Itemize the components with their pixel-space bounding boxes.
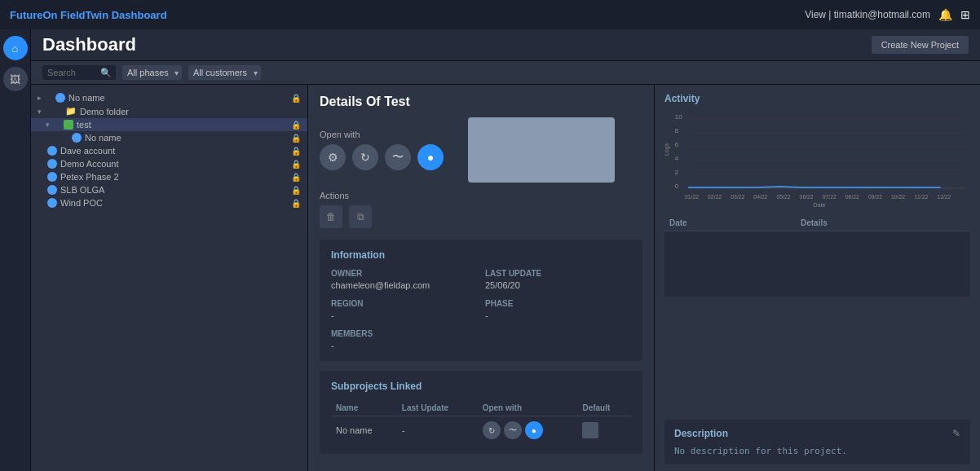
icon-bar: ⌂ 🖼 xyxy=(0,29,31,471)
lock-icon: 🔒 xyxy=(291,186,301,195)
members-label: MEMBERS xyxy=(331,329,477,338)
members-value: - xyxy=(331,341,334,350)
tree-item-dave-account[interactable]: Dave account 🔒 xyxy=(31,144,307,157)
information-box: Information OWNER chameleon@fieldap.com … xyxy=(320,240,642,361)
region-field: REGION - xyxy=(331,299,477,321)
tree-node-icon xyxy=(72,133,82,143)
svg-text:11/22: 11/22 xyxy=(914,194,928,200)
actions-label: Actions xyxy=(320,191,642,200)
table-row: No name - ↻ 〜 ● xyxy=(331,416,631,445)
create-project-button[interactable]: Create New Project xyxy=(872,36,969,54)
phase-filter[interactable]: All phases xyxy=(122,65,182,80)
page-title: Dashboard xyxy=(42,34,136,55)
brand-appname: FieldTwin Dashboard xyxy=(58,9,167,21)
region-label: REGION xyxy=(331,299,477,308)
filter-bar: 🔍 All phases All customers xyxy=(31,61,980,85)
app-chart-icon[interactable]: 〜 xyxy=(385,144,411,170)
svg-text:08/22: 08/22 xyxy=(845,194,859,200)
tree-item-label: Demo Account xyxy=(60,159,291,169)
lock-icon: 🔒 xyxy=(291,147,301,156)
sub-default-box[interactable] xyxy=(582,422,598,438)
folder-icon: 📁 xyxy=(65,106,77,117)
app-blue-icon[interactable]: ● xyxy=(417,144,444,170)
subprojects-table: Name Last Update Open with Default No na… xyxy=(331,400,631,444)
app-refresh-icon[interactable]: ↻ xyxy=(352,144,378,170)
tree-node-icon xyxy=(47,146,57,156)
information-title: Information xyxy=(331,249,631,261)
notification-bell-icon[interactable]: 🔔 xyxy=(938,8,952,21)
svg-text:8: 8 xyxy=(675,127,679,134)
last-update-field: LAST UPDATE 25/06/20 xyxy=(485,269,631,291)
tree-item-test[interactable]: ▾ test 🔒 xyxy=(31,118,307,131)
tree-item-demo-folder[interactable]: ▾ 📁 Demo folder xyxy=(31,104,307,118)
home-icon[interactable]: ⌂ xyxy=(3,36,28,60)
description-header: Description ✎ xyxy=(674,428,960,439)
svg-text:09/22: 09/22 xyxy=(868,194,882,200)
phase-label: PHASE xyxy=(485,299,631,308)
project-preview-image xyxy=(468,117,615,183)
chart-area: 10 8 6 4 2 0 Logs xyxy=(664,111,970,209)
search-wrap: 🔍 xyxy=(42,65,116,80)
expand-icon: ▾ xyxy=(38,108,46,116)
action-icons: 🗑 ⧉ xyxy=(320,205,642,228)
app-gear-icon[interactable]: ⚙ xyxy=(320,144,346,170)
region-value: - xyxy=(331,310,334,320)
tree-node-icon xyxy=(47,185,57,195)
lock-icon: 🔒 xyxy=(291,160,301,169)
tree-item-wind-poc[interactable]: Wind POC 🔒 xyxy=(31,196,307,209)
sub-refresh-icon[interactable]: ↻ xyxy=(483,421,501,439)
tree-item-petex[interactable]: Petex Phase 2 🔒 xyxy=(31,170,307,183)
description-section: Description ✎ No description for this pr… xyxy=(664,420,970,464)
actions-section: Actions 🗑 ⧉ xyxy=(320,191,642,228)
topbar: FutureOn FieldTwin Dashboard View | tima… xyxy=(0,0,980,29)
subprojects-box: Subprojects Linked Name Last Update Open… xyxy=(320,371,642,454)
brand: FutureOn FieldTwin Dashboard xyxy=(10,9,167,21)
last-update-label: LAST UPDATE xyxy=(485,269,631,278)
owner-field: OWNER chameleon@fieldap.com xyxy=(331,269,477,291)
tree-item-noname-root[interactable]: ▸ No name 🔒 xyxy=(31,91,307,104)
tree-item-label: SLB OLGA xyxy=(60,185,291,195)
tree-item-label: No name xyxy=(85,133,291,143)
tree-item-noname-child[interactable]: No name 🔒 xyxy=(31,131,307,144)
customer-filter[interactable]: All customers xyxy=(188,65,261,80)
sub-blue-icon[interactable]: ● xyxy=(525,421,543,439)
svg-text:Logs: Logs xyxy=(664,143,670,156)
brand-futureon: FutureOn xyxy=(10,9,58,21)
last-update-value: 25/06/20 xyxy=(485,280,520,290)
description-text: No description for this project. xyxy=(674,446,960,456)
tree-item-demo-account[interactable]: Demo Account 🔒 xyxy=(31,157,307,170)
sub-chart-icon[interactable]: 〜 xyxy=(504,421,522,439)
content-area: ▸ No name 🔒 ▾ 📁 Demo folder xyxy=(31,85,980,471)
activity-chart: 10 8 6 4 2 0 Logs xyxy=(664,111,970,209)
svg-text:12/22: 12/22 xyxy=(937,194,951,200)
owner-label: OWNER xyxy=(331,269,477,278)
tree-item-slb-olga[interactable]: SLB OLGA 🔒 xyxy=(31,183,307,196)
tree-node-icon xyxy=(47,159,57,169)
grid-icon[interactable]: ⊞ xyxy=(960,8,970,21)
delete-action-icon[interactable]: 🗑 xyxy=(320,205,342,228)
svg-text:01/22: 01/22 xyxy=(685,194,699,200)
svg-text:05/22: 05/22 xyxy=(777,194,791,200)
image-icon[interactable]: 🖼 xyxy=(3,67,28,91)
detail-panel: Details Of Test Open with ⚙ ↻ 〜 ● xyxy=(308,85,654,471)
expand-icon: ▾ xyxy=(46,121,54,129)
sub-row-name: No name xyxy=(331,416,397,445)
open-with-row: Open with ⚙ ↻ 〜 ● xyxy=(320,117,642,183)
svg-text:2: 2 xyxy=(675,169,679,176)
detail-title: Details Of Test xyxy=(320,95,642,109)
sub-open-with: ↻ 〜 ● xyxy=(478,416,578,445)
copy-action-icon[interactable]: ⧉ xyxy=(349,205,372,228)
expand-icon: ▸ xyxy=(38,94,46,102)
svg-text:10: 10 xyxy=(675,113,683,121)
customer-filter-wrap: All customers xyxy=(188,65,261,80)
layout: ⌂ 🖼 Dashboard Create New Project 🔍 All p… xyxy=(0,29,980,471)
right-panel: Activity 10 8 6 4 2 0 Logs xyxy=(654,85,980,471)
sub-default-cell xyxy=(577,416,631,445)
lock-icon: 🔒 xyxy=(291,94,301,103)
edit-description-icon[interactable]: ✎ xyxy=(952,428,960,439)
page-header: Dashboard Create New Project xyxy=(31,29,980,61)
tree-node-icon xyxy=(55,93,65,103)
project-tree: ▸ No name 🔒 ▾ 📁 Demo folder xyxy=(31,85,308,471)
svg-text:Date: Date xyxy=(813,202,825,209)
activity-title: Activity xyxy=(664,93,970,104)
